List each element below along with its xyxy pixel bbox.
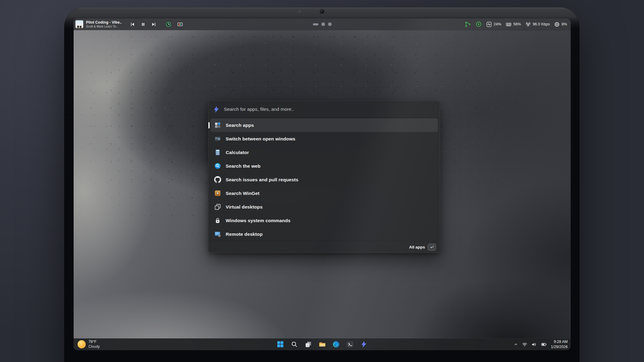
activity-value: 24%: [494, 22, 501, 26]
command-palette: Search for apps, files, and more.. Searc…: [208, 100, 440, 253]
list-item[interactable]: Search apps: [211, 118, 438, 132]
sensor-dot: [298, 10, 301, 13]
media-title: Pilot Coding - Vibe..: [86, 20, 122, 25]
list-item-label: Virtual desktops: [226, 204, 263, 210]
media-widget[interactable]: Pilot Coding - Vibe.. Scott & Mark Learn…: [75, 18, 184, 30]
weather-condition: Cloudy: [88, 344, 100, 349]
apps-icon: [214, 122, 221, 129]
record-icon: [475, 21, 482, 28]
clock[interactable]: 9:28 AM 1/29/2026: [551, 339, 568, 349]
system-tray: 9:28 AM 1/29/2026: [513, 338, 568, 350]
list-item-label: Search apps: [226, 123, 254, 128]
next-icon: [151, 22, 156, 27]
volume-icon[interactable]: [531, 342, 537, 347]
timer-icon[interactable]: [165, 21, 172, 28]
powertoys-bolt-icon: [213, 106, 220, 113]
network-icon: [525, 21, 531, 27]
media-subtitle: Scott & Mark Learn To..: [86, 25, 122, 28]
system-stats: 24% 56% 96.0 Kbps: [465, 18, 567, 30]
lock-icon: [214, 217, 221, 224]
web-search-icon: [214, 163, 221, 169]
list-item[interactable]: Remote desktop: [211, 227, 438, 241]
enter-key-icon: [428, 244, 436, 251]
taskbar-task-view-button[interactable]: [304, 340, 313, 349]
list-item-label: Switch between open windows: [226, 136, 295, 142]
chevron-up-icon[interactable]: [513, 342, 518, 347]
search-input[interactable]: Search for apps, files, and more..: [208, 101, 440, 118]
edge-icon: [332, 341, 340, 348]
activity-icon: [486, 21, 492, 27]
task-view-icon: [305, 341, 312, 348]
weather-temperature: 78°F: [88, 340, 100, 344]
media-display-icon[interactable]: [177, 21, 184, 28]
flow-icon: [465, 21, 471, 28]
memory-value: 56%: [513, 22, 521, 26]
pause-icon: [141, 22, 145, 27]
list-item-label: Search the web: [226, 163, 261, 169]
webcam: [320, 10, 324, 13]
list-item-label: Calculator: [226, 150, 249, 155]
weather-widget[interactable]: 78°F Cloudy: [78, 338, 100, 350]
sun-icon: [78, 340, 86, 348]
tray-time: 9:28 AM: [551, 339, 568, 344]
memory-icon: [506, 21, 512, 27]
cpu-activity-stat: 24%: [486, 21, 501, 27]
memory-stat: 56%: [506, 21, 521, 27]
virtual-desktops-icon: [214, 203, 221, 210]
list-item[interactable]: Search WinGet: [211, 186, 438, 200]
cpu-icon: [554, 21, 560, 27]
list-item[interactable]: Search issues and pull requests: [211, 173, 438, 186]
folder-icon: [318, 341, 326, 348]
album-art: [75, 20, 83, 28]
pause-button[interactable]: [139, 20, 147, 28]
calculator-icon: [214, 149, 221, 156]
list-item-label: Windows system commands: [226, 218, 290, 223]
taskbar-center: [276, 338, 369, 350]
tray-date: 1/29/2026: [551, 344, 568, 349]
workspace-dot[interactable]: [328, 22, 332, 26]
laptop-frame: Pilot Coding - Vibe.. Scott & Mark Learn…: [64, 7, 579, 362]
media-text: Pilot Coding - Vibe.. Scott & Mark Learn…: [86, 20, 122, 28]
system-top-bar: Pilot Coding - Vibe.. Scott & Mark Learn…: [74, 18, 571, 30]
list-item[interactable]: Switch between open windows: [211, 132, 438, 146]
list-item[interactable]: Search the web: [211, 159, 438, 173]
github-icon: [214, 176, 221, 183]
search-icon: [291, 341, 298, 348]
search-placeholder: Search for apps, files, and more..: [224, 107, 294, 112]
workspace-dot[interactable]: [321, 22, 325, 26]
selection-indicator: [208, 122, 210, 128]
taskbar-powertoys-button[interactable]: [360, 340, 369, 349]
wifi-icon[interactable]: [522, 342, 528, 347]
workspace-indicator[interactable]: [313, 18, 332, 30]
remote-desktop-icon: [214, 231, 221, 238]
previous-track-button[interactable]: [129, 20, 137, 28]
taskbar-terminal-button[interactable]: [346, 340, 355, 349]
list-item[interactable]: Calculator: [211, 146, 438, 159]
taskbar-search-button[interactable]: [290, 340, 299, 349]
list-item[interactable]: Virtual desktops: [211, 200, 438, 214]
result-list: Search apps Switch between open windows …: [208, 118, 440, 241]
cpu-stat: 8%: [554, 21, 567, 27]
battery-icon[interactable]: [540, 342, 547, 347]
cpu-value: 8%: [562, 22, 567, 26]
taskbar-start-button[interactable]: [276, 340, 285, 349]
workspace-pill[interactable]: [313, 23, 318, 25]
all-apps-label: All apps: [409, 245, 425, 249]
list-item-label: Search issues and pull requests: [226, 177, 298, 183]
list-item-label: Search WinGet: [226, 191, 259, 196]
window-switch-icon: [214, 135, 221, 142]
palette-footer: All apps: [208, 242, 440, 252]
winget-icon: [214, 190, 221, 197]
screen: Pilot Coding - Vibe.. Scott & Mark Learn…: [74, 18, 571, 350]
network-value: 96.0 Kbps: [533, 22, 550, 26]
taskbar-edge-button[interactable]: [332, 340, 341, 349]
powertoys-bolt-icon: [360, 341, 368, 348]
terminal-icon: [346, 341, 354, 348]
all-apps-button[interactable]: All apps: [409, 244, 436, 251]
windows-icon: [277, 341, 284, 348]
taskbar-file-explorer-button[interactable]: [318, 340, 327, 349]
network-stat: 96.0 Kbps: [525, 21, 550, 27]
next-track-button[interactable]: [150, 20, 158, 28]
list-item[interactable]: Windows system commands: [211, 214, 438, 227]
list-item-label: Remote desktop: [226, 232, 263, 237]
